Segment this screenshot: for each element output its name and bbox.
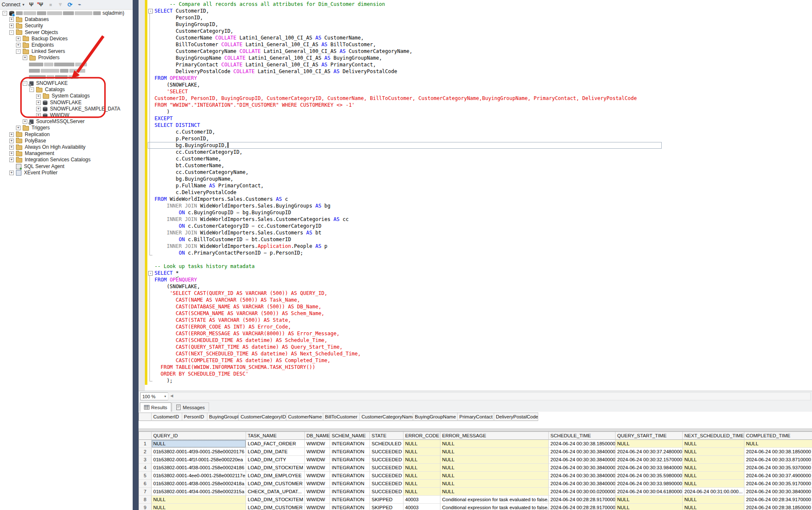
grid-corner-cell[interactable] (139, 413, 152, 421)
grid-cell[interactable]: 2024-06-24 00:30:35.9370000 (744, 464, 812, 472)
grid-cell[interactable]: INTEGRATION (330, 480, 370, 488)
grid-cell[interactable]: SUCCEEDED (370, 472, 403, 480)
grid-cell[interactable]: NULL (683, 448, 744, 456)
grid-cell[interactable]: NULL (403, 440, 440, 448)
tree-item-redacted[interactable] (0, 68, 133, 74)
grid-cell[interactable]: 2024-06-24 00:30:35.5980000 (616, 472, 683, 480)
expand-icon[interactable]: + (9, 158, 14, 162)
connect-plug-icon[interactable]: Ψ (28, 1, 35, 8)
grid-cell[interactable]: LOAD_FACT_ORDER (246, 440, 305, 448)
column-header-deliverypostalcode[interactable]: DeliveryPostalCode (494, 413, 538, 421)
tree-item-redacted[interactable] (0, 61, 133, 68)
grid-corner-cell[interactable] (139, 432, 152, 440)
grid-cell[interactable]: 2024-06-24 00:30:33.9890000 (616, 480, 683, 488)
row-number-cell[interactable]: 5 (139, 472, 152, 480)
row-number-cell[interactable]: 4 (139, 464, 152, 472)
column-header-customerid[interactable]: CustomerID (152, 413, 182, 421)
tree-item-endpoints[interactable]: +Endpoints (0, 42, 133, 48)
tree-item-server-objects[interactable]: -Server Objects (0, 29, 133, 36)
grid-cell[interactable]: INTEGRATION (330, 504, 370, 510)
grid-cell[interactable]: 2024-06-24 00:30:30.3840000 (549, 456, 616, 464)
column-header-task_name[interactable]: TASK_NAME (246, 432, 305, 440)
grid-cell[interactable]: NULL (440, 480, 549, 488)
expand-icon[interactable]: + (36, 100, 41, 105)
tree-item-snowflake[interactable]: +SNOWFLAKE (0, 100, 133, 106)
tab-results[interactable]: Results (140, 402, 171, 412)
collapse-icon[interactable]: - (3, 11, 7, 16)
grid-cell[interactable]: NULL (403, 464, 440, 472)
column-header-error_message[interactable]: ERROR_MESSAGE (440, 432, 549, 440)
grid-cell[interactable]: NULL (403, 480, 440, 488)
grid-cell[interactable]: 2024-06-24 00:30:00.0200000 (549, 488, 616, 496)
column-header-schem_name[interactable]: SCHEM_NAME (330, 432, 370, 440)
grid-cell[interactable]: 40003 (403, 496, 440, 504)
grid-cell[interactable]: NULL (403, 456, 440, 464)
grid-cell[interactable]: NULL (616, 496, 683, 504)
grid-cell[interactable]: INTEGRATION (330, 440, 370, 448)
column-header-customername[interactable]: CustomerName (286, 413, 323, 421)
expand-icon[interactable]: + (9, 132, 14, 137)
grid-cell[interactable]: 2024-06-24 00:30:30.3840000 (744, 488, 812, 496)
collapse-icon[interactable]: - (23, 81, 27, 86)
grid-cell[interactable]: 2024-06-24 00:28:28.9170000 (549, 496, 616, 504)
refresh-icon[interactable]: ⟳ (67, 1, 73, 8)
column-header-buyinggroupname[interactable]: BuyingGroupName (413, 413, 458, 421)
grid-cell[interactable]: NULL (440, 488, 549, 496)
grid-cell[interactable]: NULL (440, 456, 549, 464)
grid-cell[interactable]: 2024-06-24 00:30:30.3840000 (549, 448, 616, 456)
grid-cell[interactable]: 2024-06-24 00:28:28.9170000 (549, 504, 616, 510)
grid-cell[interactable]: WWIDW (305, 496, 330, 504)
grid-cell[interactable]: 01b53802-0001-4f39-0001-258e00020176 (152, 448, 246, 456)
row-number-cell[interactable]: 9 (139, 504, 152, 510)
grid-cell[interactable]: 2024-06-24 00:30:30.3840000 (549, 464, 616, 472)
grid-cell[interactable]: NULL (440, 464, 549, 472)
fold-collapse-icon[interactable]: - (148, 271, 153, 276)
column-header-query_start_time[interactable]: QUERY_START_TIME (616, 432, 683, 440)
column-header-completed_time[interactable]: COMPLETED_TIME (744, 432, 812, 440)
grid-cell[interactable]: LOAD_DIM_STOCKITEM (246, 496, 305, 504)
tree-item-replication[interactable]: +Replication (0, 131, 133, 138)
grid-cell[interactable]: WWIDW (305, 456, 330, 464)
grid-cell[interactable]: SKIPPED (370, 504, 403, 510)
grid-cell[interactable]: NULL (152, 496, 246, 504)
grid-cell[interactable]: NULL (152, 440, 246, 448)
grid-cell[interactable]: 2024-06-24 00:30:32.1570000 (616, 456, 683, 464)
grid-cell[interactable]: NULL (744, 440, 812, 448)
row-number-cell[interactable]: 8 (139, 496, 152, 504)
grid-cell[interactable]: SCHEDULED (370, 440, 403, 448)
tab-messages[interactable]: Messages (172, 402, 209, 412)
grid-cell[interactable]: 2024-06-24 00:30:37.2480000 (616, 448, 683, 456)
grid-cell[interactable]: 01b53802-0001-4f1f-0001-258e000220ea (152, 456, 246, 464)
collapse-icon[interactable]: - (29, 87, 34, 92)
grid-cell[interactable]: INTEGRATION (330, 496, 370, 504)
tree-item-wwidw[interactable]: +WWIDW (0, 112, 133, 118)
grid-cell[interactable]: 2024-06-24 00:30:33.8710000 (744, 456, 812, 464)
expand-icon[interactable]: + (9, 151, 14, 156)
column-header-customercategoryname[interactable]: CustomerCategoryName (360, 413, 413, 421)
tree-item-databases[interactable]: +Databases (0, 16, 133, 23)
grid-cell[interactable]: SUCCEEDED (370, 448, 403, 456)
grid-cell[interactable]: INTEGRATION (330, 456, 370, 464)
result-grids-splitter[interactable] (139, 429, 812, 431)
grid-cell[interactable]: 01b53802-0001-4f34-0001-258e0002315a (152, 488, 246, 496)
expand-icon[interactable]: + (23, 55, 27, 60)
grid-cell[interactable]: NULL (683, 472, 744, 480)
tree-item-sql-server-agent[interactable]: SQL Server Agent (0, 163, 133, 170)
grid-cell[interactable]: 2024-06-24 00:30:37.4900000 (744, 472, 812, 480)
grid-cell[interactable]: SUCCEEDED (370, 480, 403, 488)
object-explorer-tree[interactable]: -sqladmin)+Databases+Security-Server Obj… (0, 10, 133, 176)
grid-cell[interactable]: 2024-06-24 00:30:30.3840000 (549, 480, 616, 488)
expand-icon[interactable]: + (16, 43, 21, 47)
expand-icon[interactable]: + (16, 126, 21, 130)
grid-cell[interactable]: 2024-06-24 00:30:35.9170000 (744, 480, 812, 488)
collapse-icon[interactable]: - (16, 49, 21, 54)
grid-cell[interactable]: Conditional expression for task evaluate… (440, 496, 549, 504)
grid-cell[interactable]: WWIDW (305, 464, 330, 472)
grid-cell[interactable]: LOAD_DIM_DATE (246, 448, 305, 456)
grid-cell[interactable]: INTEGRATION (330, 448, 370, 456)
scroll-left-icon[interactable]: ◀ (168, 393, 175, 399)
disconnect-plug-icon[interactable]: Ψ (38, 1, 45, 8)
tree-item-management[interactable]: +Management (0, 150, 133, 157)
column-header-schedule_time[interactable]: SCHEDULE_TIME (549, 432, 616, 440)
grid-cell[interactable]: NULL (616, 504, 683, 510)
